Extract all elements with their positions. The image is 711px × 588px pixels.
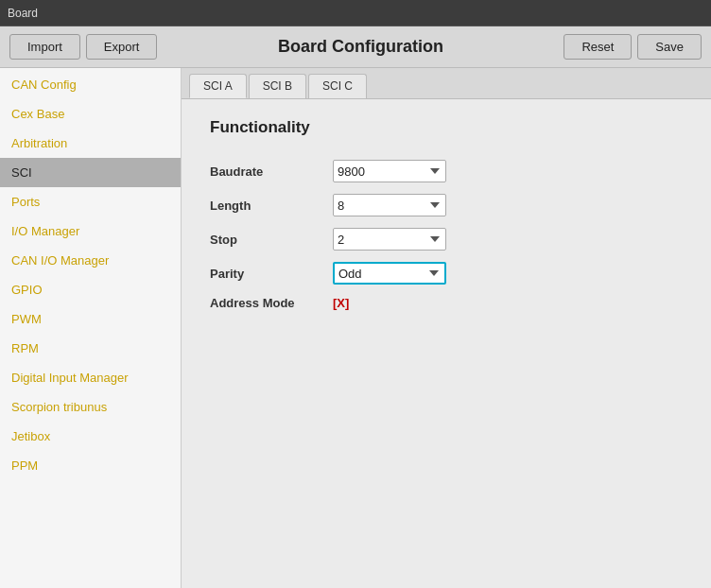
sidebar-item-arbitration[interactable]: Arbitration (0, 129, 181, 158)
sidebar-item-digital-input-manager[interactable]: Digital Input Manager (0, 363, 181, 392)
address-mode-label: Address Mode (210, 296, 323, 310)
length-label: Length (210, 199, 323, 213)
import-button[interactable]: Import (9, 34, 80, 60)
tab-sci-b[interactable]: SCI B (249, 74, 306, 98)
sidebar-item-sci[interactable]: SCI (0, 158, 181, 187)
baudrate-label: Baudrate (210, 164, 323, 179)
main-container: Import Export Board Configuration Reset … (0, 26, 711, 588)
page-title: Board Configuration (157, 37, 564, 57)
sidebar-item-can-io-manager[interactable]: CAN I/O Manager (0, 246, 181, 275)
sidebar-item-rpm[interactable]: RPM (0, 334, 181, 363)
sidebar-item-jetibox[interactable]: Jetibox (0, 422, 181, 451)
sidebar-item-io-manager[interactable]: I/O Manager (0, 216, 181, 246)
title-bar-label: Board (8, 7, 38, 20)
address-mode-value[interactable]: [X] (333, 296, 484, 310)
sidebar-item-scorpion-tribunus[interactable]: Scorpion tribunus (0, 392, 181, 422)
save-button[interactable]: Save (637, 34, 702, 60)
content-area: CAN Config Cex Base Arbitration SCI Port… (0, 68, 711, 588)
reset-button[interactable]: Reset (564, 34, 632, 60)
sidebar-item-cex-base[interactable]: Cex Base (0, 99, 181, 129)
toolbar-left: Import Export (9, 34, 157, 60)
form-table: Baudrate 9800 19200 38400 57600 115200 L… (210, 160, 683, 310)
length-select[interactable]: 7 8 (333, 194, 446, 216)
sidebar-item-ports[interactable]: Ports (0, 187, 181, 216)
sidebar: CAN Config Cex Base Arbitration SCI Port… (0, 68, 182, 588)
toolbar-right: Reset Save (564, 34, 702, 60)
stop-select[interactable]: 1 2 (333, 228, 446, 251)
sidebar-item-gpio[interactable]: GPIO (0, 275, 181, 304)
tabs-bar: SCI A SCI B SCI C (182, 68, 711, 99)
export-button[interactable]: Export (86, 34, 158, 60)
title-bar: Board (0, 0, 711, 26)
sidebar-item-ppm[interactable]: PPM (0, 451, 181, 480)
tab-sci-c[interactable]: SCI C (308, 74, 367, 98)
tab-sci-a[interactable]: SCI A (189, 74, 247, 98)
toolbar: Import Export Board Configuration Reset … (0, 26, 711, 68)
sidebar-item-can-config[interactable]: CAN Config (0, 70, 181, 99)
main-panel: SCI A SCI B SCI C Functionality Baudrate… (182, 68, 711, 588)
stop-label: Stop (210, 233, 323, 247)
baudrate-select[interactable]: 9800 19200 38400 57600 115200 (333, 160, 446, 182)
section-title: Functionality (210, 118, 683, 137)
parity-label: Parity (210, 267, 323, 281)
panel-content: Functionality Baudrate 9800 19200 38400 … (182, 99, 711, 329)
sidebar-item-pwm[interactable]: PWM (0, 304, 181, 334)
parity-select[interactable]: None Odd Even (333, 262, 446, 285)
